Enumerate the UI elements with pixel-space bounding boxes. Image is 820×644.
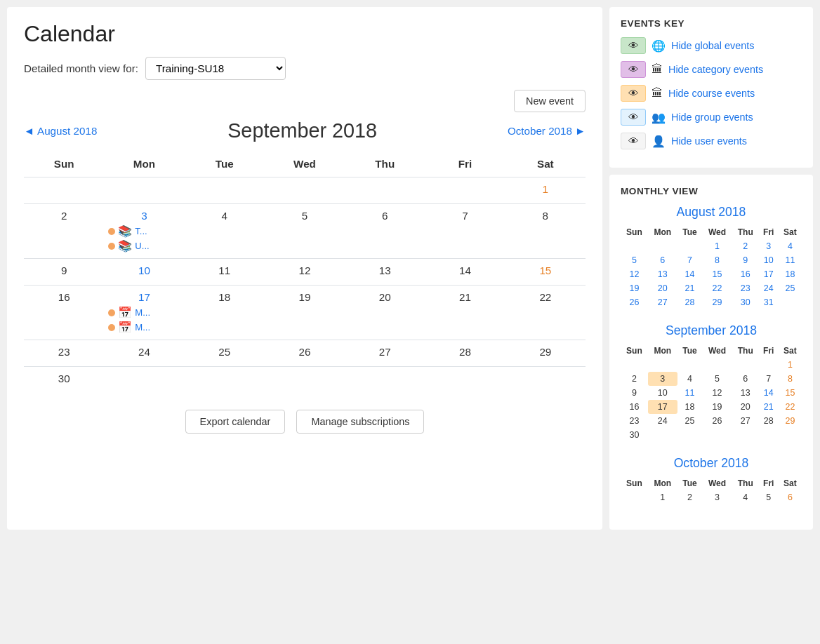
export-calendar-button[interactable]: Export calendar: [185, 410, 286, 434]
calendar-cell: 9: [24, 259, 104, 286]
mini-cal-date-link[interactable]: 6: [660, 255, 665, 265]
mini-cal-date-link[interactable]: 10: [764, 255, 774, 265]
mini-cal-date-link[interactable]: 20: [658, 283, 668, 293]
mini-cal-date-link[interactable]: 21: [685, 283, 695, 293]
mini-cal-date-link[interactable]: 25: [786, 283, 795, 293]
next-month-link[interactable]: October 2018 ►: [508, 125, 586, 137]
key-eye-icon: 👁: [621, 61, 646, 78]
mini-cal-cell: 30: [621, 428, 648, 442]
mini-cal-date-link[interactable]: 8: [715, 255, 720, 265]
mini-cal-date-link[interactable]: 15: [713, 269, 722, 279]
key-label[interactable]: Hide course events: [668, 88, 755, 99]
calendar-cell: [345, 367, 425, 394]
calendar-cell: 4: [185, 204, 265, 259]
mini-cal-cell: [732, 358, 759, 372]
event-link[interactable]: M...: [135, 322, 150, 333]
mini-cal-header: Mon: [648, 344, 677, 358]
mini-cal-date-link[interactable]: 12: [630, 269, 640, 279]
mini-cal-date-link[interactable]: 24: [764, 283, 774, 293]
events-key-item-2[interactable]: 👁🏛Hide course events: [621, 85, 802, 102]
mini-cal-date-link[interactable]: 16: [741, 269, 750, 279]
mini-cal-date-link[interactable]: 7: [687, 255, 692, 265]
event-dot-icon: [108, 324, 115, 331]
mini-cal-cell: 6: [779, 490, 802, 504]
mini-cal-date-link[interactable]: 14: [685, 269, 695, 279]
mini-cal-date-link[interactable]: 19: [630, 283, 640, 293]
mini-cal-date-link[interactable]: 17: [764, 269, 774, 279]
mini-calendars: August 2018SunMonTueWedThuFriSat12345678…: [621, 205, 802, 504]
calendar-cell: [185, 177, 265, 204]
key-label[interactable]: Hide global events: [671, 40, 754, 51]
event-link[interactable]: U...: [135, 241, 149, 251]
mini-cal-date-link[interactable]: 29: [713, 297, 722, 307]
mini-cal-cell: 18: [779, 267, 802, 281]
calendar-date-link[interactable]: 10: [108, 264, 180, 276]
mini-cal-title: September 2018: [621, 323, 802, 338]
mini-cal-header: Thu: [732, 476, 759, 490]
event-link[interactable]: M...: [135, 307, 150, 318]
calendar-cell: 28: [425, 340, 505, 367]
calendar-week-row: 23242526272829: [24, 340, 586, 367]
mini-cal-date-link[interactable]: 22: [713, 283, 722, 293]
events-key-item-4[interactable]: 👁👤Hide user events: [621, 133, 802, 149]
event-link[interactable]: T...: [135, 226, 147, 236]
events-key-item-3[interactable]: 👁👥Hide group events: [621, 109, 802, 126]
cal-header-sat: Sat: [505, 154, 586, 177]
prev-month-link[interactable]: ◄ August 2018: [24, 125, 97, 137]
mini-cal-date-link[interactable]: 31: [764, 297, 774, 307]
mini-cal-date-link[interactable]: 2: [743, 241, 748, 251]
key-type-icon: 👥: [652, 111, 666, 124]
key-label[interactable]: Hide group events: [671, 112, 753, 123]
calendar-cell: 6: [345, 204, 425, 259]
calendar-week-row: 23📚T...📚U...45678: [24, 204, 586, 259]
mini-cal-date-link[interactable]: 9: [743, 255, 748, 265]
mini-cal-date-link[interactable]: 11: [685, 388, 695, 398]
mini-cal-date-link[interactable]: 30: [741, 297, 750, 307]
mini-cal-header: Sun: [621, 344, 648, 358]
mini-cal-date-link[interactable]: 4: [788, 241, 793, 251]
mini-cal-date-link[interactable]: 23: [741, 283, 750, 293]
mini-cal-date-link[interactable]: 11: [786, 255, 795, 265]
events-key-item-1[interactable]: 👁🏛Hide category events: [621, 61, 802, 78]
calendar-date-number: 19: [269, 291, 340, 303]
event-type-icon: 📚: [118, 239, 132, 253]
mini-cal-date-link[interactable]: 14: [764, 388, 774, 398]
mini-cal-date-link[interactable]: 26: [630, 297, 640, 307]
mini-cal-date-link[interactable]: 1: [715, 241, 720, 251]
mini-cal-cell: 21: [677, 281, 703, 295]
mini-cal-cell: 4: [677, 372, 703, 386]
course-select[interactable]: Training-SU18 Other Course: [145, 57, 286, 80]
page-title: Calendar: [24, 21, 586, 47]
mini-cal-cell: 6: [732, 372, 759, 386]
mini-calendar-0: August 2018SunMonTueWedThuFriSat12345678…: [621, 205, 802, 309]
calendar-date-number: 25: [189, 346, 260, 358]
mini-cal-cell: 4: [732, 490, 759, 504]
mini-cal-cell: 6: [648, 253, 677, 267]
calendar-date-number: 20: [349, 291, 421, 303]
mini-cal-date-link[interactable]: 28: [685, 297, 695, 307]
key-label[interactable]: Hide category events: [668, 64, 763, 75]
calendar-cell: 22: [505, 286, 586, 340]
mini-cal-date-link[interactable]: 13: [658, 269, 668, 279]
mini-cal-header: Thu: [732, 344, 759, 358]
mini-cal-date-link[interactable]: 5: [632, 255, 637, 265]
mini-cal-cell: 7: [677, 253, 703, 267]
manage-subscriptions-button[interactable]: Manage subscriptions: [296, 410, 424, 434]
calendar-date-number: 13: [349, 264, 421, 276]
mini-cal-header: Sat: [779, 344, 802, 358]
events-key-item-0[interactable]: 👁🌐Hide global events: [621, 37, 802, 54]
mini-cal-date-link[interactable]: 3: [766, 241, 771, 251]
calendar-date-number: 11: [189, 264, 260, 276]
mini-cal-date-link[interactable]: 27: [658, 297, 668, 307]
calendar-cell: 26: [265, 340, 345, 367]
key-label[interactable]: Hide user events: [671, 135, 747, 147]
mini-cal-cell: 13: [732, 386, 759, 400]
mini-cal-header: Mon: [648, 225, 677, 239]
mini-cal-date-link[interactable]: 18: [786, 269, 795, 279]
calendar-date-link[interactable]: 17: [108, 291, 180, 303]
calendar-cell: 23: [24, 340, 104, 367]
new-event-button[interactable]: New event: [514, 90, 586, 112]
calendar-date-link[interactable]: 3: [108, 210, 180, 222]
mini-cal-cell: [677, 239, 703, 253]
mini-cal-date-link[interactable]: 21: [764, 402, 774, 412]
